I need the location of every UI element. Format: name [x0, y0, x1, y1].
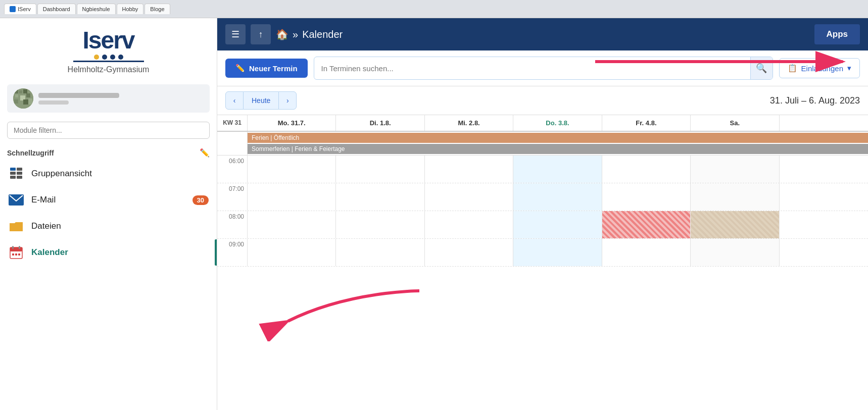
- cal-header-mi: Mi. 2.8.: [425, 115, 513, 131]
- logo-underline: [73, 61, 144, 62]
- search-button[interactable]: 🔍: [750, 57, 773, 79]
- cal-cell-do-0600[interactable]: [513, 156, 602, 183]
- email-badge: 30: [192, 195, 209, 205]
- cal-cell-sa-0600[interactable]: [691, 156, 779, 183]
- schnellzugriff-label: Schnellzugriff: [7, 149, 54, 157]
- new-termin-button[interactable]: ✏️ Neuer Termin: [225, 59, 308, 78]
- cal-cell-di-0600[interactable]: [336, 156, 424, 183]
- tab-label: Hobby: [122, 6, 138, 12]
- logo-dot-blue3: [118, 55, 123, 60]
- all-day-event-ferien[interactable]: Ferien | Öffentlich: [248, 133, 868, 143]
- email-icon: [8, 192, 24, 208]
- browser-tab-dashboard[interactable]: Dashboard: [37, 4, 76, 14]
- calendar-grid: KW 31 Mo. 31.7. Di. 1.8. Mi. 2.8. Do. 3.…: [217, 115, 868, 410]
- menu-button[interactable]: ☰: [225, 24, 246, 44]
- back-button[interactable]: ↑: [251, 24, 271, 44]
- time-row-0800: 08:00: [217, 211, 868, 239]
- logo-container: Iserv Helmholtz-Gymnasium: [0, 18, 217, 79]
- cal-next-button[interactable]: ›: [278, 91, 297, 110]
- cal-cell-do-0900[interactable]: [513, 239, 602, 266]
- cal-cell-do-0700[interactable]: [513, 183, 602, 211]
- svg-rect-7: [14, 99, 18, 104]
- module-filter-input[interactable]: [7, 122, 210, 139]
- browser-tab-iserv[interactable]: IServ: [4, 4, 36, 14]
- folder-icon: [8, 218, 24, 234]
- time-label-0800: 08:00: [217, 211, 248, 238]
- cal-cell-sa-0700[interactable]: [691, 183, 779, 211]
- edit-icon[interactable]: ✏️: [200, 148, 210, 158]
- user-info: [38, 93, 204, 105]
- search-input[interactable]: [314, 59, 750, 78]
- time-label-0900: 09:00: [217, 239, 248, 266]
- envelope-icon: 📋: [788, 64, 797, 73]
- svg-rect-10: [28, 98, 32, 105]
- cal-cell-mi-0600[interactable]: [425, 156, 513, 183]
- avatar: [13, 88, 33, 109]
- logo-dot-blue1: [102, 55, 107, 60]
- cal-cell-fr-0800[interactable]: [602, 211, 691, 238]
- cal-cell-mo-0700[interactable]: [248, 183, 336, 211]
- svg-rect-12: [17, 168, 22, 171]
- time-label-0600: 06:00: [217, 156, 248, 183]
- einladungen-button[interactable]: 📋 Einladungen ▾: [779, 58, 860, 78]
- cal-cell-mi-0800[interactable]: [425, 211, 513, 238]
- cal-cell-di-0900[interactable]: [336, 239, 424, 266]
- cal-cell-mi-0700[interactable]: [425, 183, 513, 211]
- cal-cell-fr-0600[interactable]: [602, 156, 691, 183]
- cal-all-day-row: Ferien | Öffentlich Sommerferien | Ferie…: [217, 132, 868, 156]
- sidebar-item-gruppenansicht[interactable]: Gruppenansicht: [0, 161, 217, 187]
- cal-today-button[interactable]: Heute: [244, 91, 278, 110]
- sidebar-item-email[interactable]: E-Mail 30: [0, 187, 217, 213]
- cal-cell-mo-0600[interactable]: [248, 156, 336, 183]
- svg-rect-4: [15, 94, 18, 97]
- svg-rect-1: [14, 89, 18, 93]
- cal-cell-sa-0900[interactable]: [691, 239, 779, 266]
- cal-header-kw: KW 31: [217, 115, 248, 131]
- svg-rect-21: [19, 246, 20, 249]
- svg-rect-24: [18, 253, 20, 255]
- logo-dot-yellow: [94, 55, 99, 60]
- apps-button[interactable]: Apps: [814, 24, 860, 44]
- time-row-0900: 09:00: [217, 239, 868, 267]
- schnellzugriff-header: Schnellzugriff ✏️: [0, 143, 217, 161]
- svg-rect-22: [12, 253, 14, 255]
- svg-rect-15: [10, 176, 16, 179]
- cal-header-mo: Mo. 31.7.: [248, 115, 336, 131]
- sidebar-item-dateien[interactable]: Dateien: [0, 213, 217, 239]
- cal-cell-mo-0800[interactable]: [248, 211, 336, 238]
- svg-rect-16: [17, 176, 22, 179]
- svg-rect-2: [19, 90, 22, 93]
- user-card[interactable]: [7, 84, 210, 113]
- user-name: [38, 93, 119, 98]
- cal-cell-mo-0900[interactable]: [248, 239, 336, 266]
- cal-cell-mi-0900[interactable]: [425, 239, 513, 266]
- home-icon[interactable]: 🏠: [276, 28, 288, 40]
- svg-rect-6: [26, 93, 30, 97]
- cal-cell-fr-0700[interactable]: [602, 183, 691, 211]
- cal-prev-button[interactable]: ‹: [225, 91, 244, 110]
- logo-dot-blue2: [110, 55, 115, 60]
- browser-tab-ngbieshule[interactable]: Ngbieshule: [77, 4, 116, 14]
- logo-dots: [5, 55, 212, 60]
- browser-tab-bloge[interactable]: Bloge: [144, 4, 170, 14]
- tab-label: Ngbieshule: [82, 6, 110, 12]
- nav-items: Gruppenansicht E-Mail 30: [0, 161, 217, 266]
- all-day-event-sommerferien[interactable]: Sommerferien | Ferien & Feiertage: [248, 144, 868, 154]
- cal-cell-fr-0900[interactable]: [602, 239, 691, 266]
- svg-rect-20: [12, 246, 14, 249]
- cal-cell-do-0800[interactable]: [513, 211, 602, 238]
- logo-text: Iserv: [5, 28, 212, 53]
- tab-label: IServ: [18, 6, 31, 12]
- cal-cell-di-0800[interactable]: [336, 211, 424, 238]
- cal-cell-sa-0800[interactable]: [691, 211, 779, 238]
- main-content: ☰ ↑ 🏠 » Kalender Apps: [217, 18, 868, 410]
- calendar-icon: [8, 244, 24, 261]
- tab-label: Dashboard: [43, 6, 70, 12]
- cal-cell-di-0700[interactable]: [336, 183, 424, 211]
- browser-tab-hobby[interactable]: Hobby: [117, 4, 144, 14]
- svg-rect-23: [15, 253, 17, 255]
- cal-date-range: 31. Juli – 6. Aug. 2023: [770, 95, 860, 106]
- time-label-0700: 07:00: [217, 183, 248, 211]
- sidebar-item-kalender[interactable]: Kalender: [0, 239, 217, 266]
- new-termin-label: Neuer Termin: [249, 64, 298, 73]
